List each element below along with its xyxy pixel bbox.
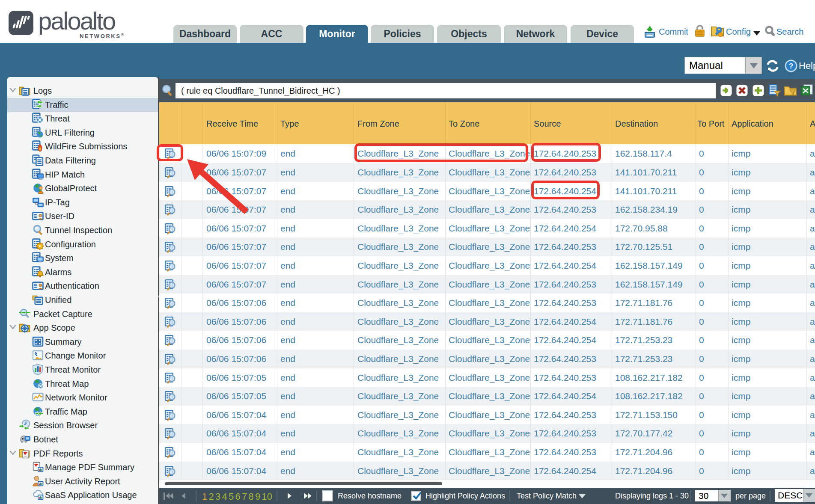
svg-text:?: ?	[789, 62, 793, 70]
